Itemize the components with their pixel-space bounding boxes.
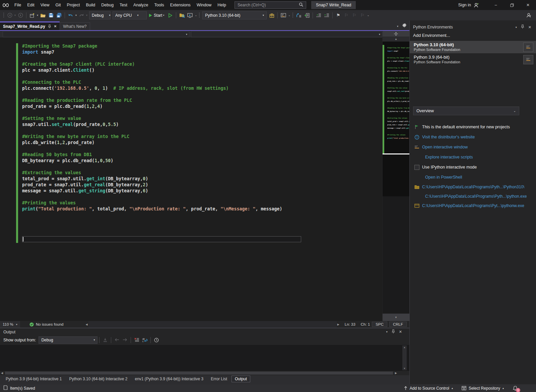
menu-git[interactable]: Git — [53, 0, 64, 10]
next-message-icon[interactable] — [121, 338, 129, 342]
menu-test[interactable]: Test — [117, 0, 130, 10]
menu-view[interactable]: View — [38, 0, 53, 10]
minimize-button[interactable]: – — [488, 0, 504, 10]
menu-debug[interactable]: Debug — [98, 0, 117, 10]
start-debugging-button[interactable]: Start ▾ — [149, 13, 165, 18]
tab-pin-icon[interactable] — [48, 24, 51, 28]
toolbar-grip[interactable] — [3, 12, 5, 18]
close-button[interactable]: ✕ — [520, 0, 536, 10]
tool-tab-error-list[interactable]: Error List — [208, 376, 230, 382]
output-pin-icon[interactable] — [392, 329, 395, 335]
tab-what-s-new[interactable]: What's New? — [60, 22, 90, 30]
timestamp-icon[interactable] — [152, 338, 160, 342]
word-wrap-icon[interactable]: abc — [141, 338, 149, 342]
scroll-track[interactable] — [383, 196, 409, 314]
output-hscroll-left-arrow[interactable]: ◀ — [1, 372, 3, 375]
overview-link[interactable]: C:\Users\HP\AppData\Local\Programs\Pyth.… — [425, 194, 527, 199]
menu-extensions[interactable]: Extensions — [167, 0, 194, 10]
line-ending-toggle[interactable]: CRLF — [389, 322, 407, 327]
toggle-bookmark-icon[interactable]: ⚑ — [335, 11, 342, 19]
add-to-source-control-button[interactable]: Add to Source Control ▴ — [404, 386, 453, 391]
save-all-icon[interactable] — [55, 11, 63, 19]
python-environment-dropdown[interactable]: Python 3.10 (64-bit)▾ — [202, 11, 267, 19]
tab-close-icon[interactable]: ✕ — [54, 24, 57, 28]
overview-link[interactable]: Open interactive window — [422, 145, 468, 149]
save-icon[interactable] — [47, 11, 55, 19]
interactive-window-icon[interactable] — [280, 11, 287, 19]
minimap[interactable]: #Importing the Snap7 packageimport snap7… — [383, 42, 409, 196]
output-scroll-down-arrow[interactable]: ▼ — [403, 367, 406, 370]
live-preview-icon[interactable] — [186, 11, 194, 19]
menu-project[interactable]: Project — [64, 0, 83, 10]
package-manager-icon[interactable] — [268, 11, 275, 19]
previous-bookmark-icon[interactable]: ⚐ — [343, 11, 350, 19]
space-mode-toggle[interactable]: SPC — [372, 322, 387, 327]
zoom-level-dropdown[interactable]: 110 %▾ — [0, 321, 20, 328]
menu-build[interactable]: Build — [83, 0, 98, 10]
output-hscroll-right-arrow[interactable]: ▶ — [395, 372, 397, 375]
navigate-back-dropdown[interactable]: ▾ — [14, 14, 16, 17]
tool-tab-output[interactable]: Output — [231, 376, 250, 382]
tab-list-dropdown[interactable]: ▾ — [397, 25, 398, 28]
browse-files-icon[interactable] — [178, 11, 186, 19]
environment-item-python-3-10-64-bit[interactable]: Python 3.10 (64-bit)Python Software Foun… — [410, 41, 536, 53]
toolbar-grip[interactable] — [199, 12, 200, 18]
tab-snap7-write-read-py[interactable]: Snap7_Write_Read.py✕ — [0, 21, 60, 30]
open-interactive-window-button[interactable] — [523, 43, 533, 52]
undo-icon[interactable] — [67, 11, 74, 19]
new-project-icon[interactable] — [28, 11, 36, 19]
output-close-icon[interactable]: ✕ — [399, 330, 402, 334]
decrease-indent-icon[interactable] — [315, 11, 322, 19]
overview-item-c-users-hp-appdata-local-programs-pyth-p[interactable]: C:\Users\HP\AppData\Local\Programs\Pyth.… — [410, 192, 536, 201]
increase-indent-icon[interactable] — [323, 11, 330, 19]
overview-link[interactable]: C:\Users\HP\AppData\Local\Programs\Pyt..… — [422, 203, 524, 208]
redo-icon[interactable] — [78, 11, 85, 19]
solution-configurations-dropdown[interactable]: Debug▾ — [89, 11, 111, 19]
overview-link[interactable]: Visit the distributor's website — [422, 135, 475, 139]
goto-definition-icon[interactable] — [295, 11, 303, 19]
scroll-down-arrow[interactable]: ▼ — [383, 314, 409, 321]
editor-options-gear-icon[interactable] — [402, 23, 407, 29]
panel-position-dropdown[interactable]: ▾ — [516, 26, 517, 29]
menu-edit[interactable]: Edit — [24, 0, 38, 10]
menu-tools[interactable]: Tools — [151, 0, 167, 10]
undo-dropdown[interactable]: ▾ — [75, 14, 77, 17]
split-editor-handle[interactable] — [383, 31, 409, 37]
navigate-back-icon[interactable] — [6, 11, 13, 19]
redo-dropdown[interactable]: ▾ — [86, 14, 87, 17]
clear-all-icon[interactable] — [133, 338, 141, 342]
menu-file[interactable]: File — [11, 0, 24, 10]
overview-item-visit-the-distributor-s-website[interactable]: ?Visit the distributor's website — [410, 132, 536, 142]
tool-tab-python-3-9-64-bit-interactive-1[interactable]: Python 3.9 (64-bit) Interactive 1 — [3, 376, 65, 382]
open-file-icon[interactable] — [39, 11, 47, 19]
start-without-debugging-icon[interactable] — [166, 11, 174, 19]
overview-item-c-users-hp-appdata-local-programs-pyt-py[interactable]: C:\Users\HP\AppData\Local\Programs\Pyt..… — [410, 201, 536, 210]
output-scroll-up-arrow[interactable]: ▲ — [403, 346, 406, 348]
start-dropdown[interactable]: ▾ — [163, 14, 164, 17]
overview-item-open-interactive-window[interactable]: Open interactive window — [410, 142, 536, 152]
environment-view-dropdown[interactable]: Overview ⌄ — [413, 107, 519, 115]
restore-button[interactable] — [504, 0, 520, 10]
menu-help[interactable]: Help — [214, 0, 229, 10]
live-preview-dropdown[interactable]: ⌄ — [195, 14, 197, 17]
sign-in-link[interactable]: Sign in — [458, 3, 471, 7]
output-vscrollbar[interactable]: ▲ ▼ — [402, 345, 407, 370]
output-window-position-dropdown[interactable]: ▾ — [386, 330, 388, 333]
solution-platforms-dropdown[interactable]: Any CPU▾ — [113, 11, 147, 19]
select-repository-button[interactable]: Select Repository ▴ — [462, 386, 504, 391]
output-source-dropdown[interactable]: Debug▾ — [39, 336, 97, 344]
overview-item-open-in-powershell[interactable]: Open in PowerShell — [410, 172, 536, 182]
ipython-checkbox[interactable] — [413, 165, 420, 170]
clear-bookmarks-icon[interactable]: ⚐ — [359, 11, 366, 19]
navigate-to-icon[interactable] — [303, 11, 311, 19]
code-editor[interactable]: #Importing the Snap7 packageimport snap7… — [0, 38, 382, 321]
next-bookmark-icon[interactable]: ⚐ — [351, 11, 358, 19]
hscroll-left-arrow[interactable]: ◀ — [85, 323, 87, 326]
goto-message-icon[interactable] — [101, 338, 109, 342]
send-feedback-icon[interactable] — [526, 13, 531, 18]
panel-close-icon[interactable]: ✕ — [528, 25, 531, 29]
solution-name[interactable]: Snap7 Write_Read — [311, 1, 356, 9]
scroll-up-arrow[interactable]: ▲ — [383, 37, 409, 42]
output-content[interactable]: ▲ ▼ — [0, 344, 409, 371]
hscroll-right-arrow[interactable]: ▶ — [337, 323, 339, 326]
